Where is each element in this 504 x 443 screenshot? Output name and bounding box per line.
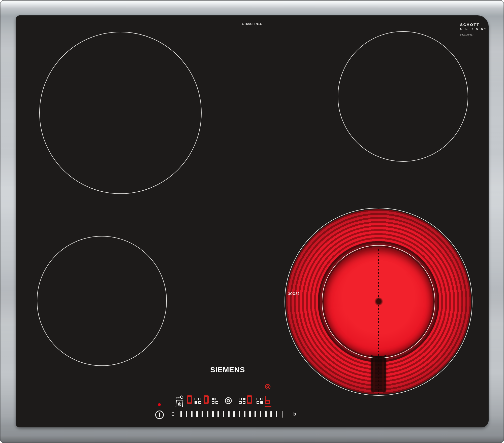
slider-tick[interactable] xyxy=(244,411,245,417)
selector-cell-tr xyxy=(243,398,245,400)
selector-cell-bl xyxy=(195,401,197,404)
slider-tick[interactable] xyxy=(276,411,277,417)
model-number-label: ET645FFN1E xyxy=(227,22,277,26)
boost-display-underline xyxy=(265,406,271,407)
slider-tick[interactable] xyxy=(265,411,267,417)
slider-tick[interactable] xyxy=(186,411,187,417)
slider-tick[interactable] xyxy=(217,411,219,417)
power-button[interactable] xyxy=(155,411,164,419)
slider-tick[interactable] xyxy=(212,411,214,417)
zone-select-front-left-key[interactable] xyxy=(195,398,201,404)
slider-tick[interactable] xyxy=(196,411,198,417)
cooking-zone-rear-left xyxy=(39,32,202,194)
boost-label: boost xyxy=(288,291,299,296)
selector-cell-br xyxy=(198,401,201,404)
zone-select-front-right-key[interactable] xyxy=(257,398,263,404)
selector-cell-bl xyxy=(239,401,242,404)
slider-tick[interactable] xyxy=(223,411,224,417)
selector-cell-br xyxy=(215,401,218,404)
selector-cell-tr xyxy=(198,398,201,400)
registered-mark: ® xyxy=(484,28,486,30)
cooking-zone-front-right-active: boost xyxy=(285,208,472,396)
slider-tick[interactable] xyxy=(249,411,251,417)
siemens-logo: SIEMENS xyxy=(210,366,245,374)
slider-tick[interactable] xyxy=(260,411,261,417)
zone-outline-circle xyxy=(285,208,472,396)
zone-display-2 xyxy=(204,395,209,404)
selector-cell-bl xyxy=(212,401,214,404)
slider-tick[interactable] xyxy=(180,411,182,417)
slider-tick[interactable] xyxy=(207,411,208,417)
slider-end-stop-right xyxy=(282,411,283,418)
slider-tick[interactable] xyxy=(239,411,240,417)
dual-zone-icon[interactable] xyxy=(225,397,232,404)
zone-display-4-boost xyxy=(265,396,271,404)
selector-cell-tl xyxy=(239,398,242,400)
child-lock-key-icon[interactable] xyxy=(175,395,184,407)
schott-ceran-logo: SCHOTT C E R A N® 9001176067 xyxy=(460,23,486,36)
selector-cell-tl xyxy=(195,398,197,400)
ceramic-hob-product-photo: ET645FFN1E SCHOTT C E R A N® 9001176067 … xyxy=(0,0,504,443)
power-indicator-dot xyxy=(158,403,161,406)
power-slider-ticks[interactable] xyxy=(180,411,277,417)
slider-boost-label: b xyxy=(293,411,296,417)
slider-tick[interactable] xyxy=(191,411,193,417)
selector-cell-tl xyxy=(212,398,214,400)
glass-serial-number: 9001176067 xyxy=(460,34,486,36)
zone-display-1 xyxy=(187,395,192,404)
dual-zone-active-icon xyxy=(265,384,271,390)
cooking-zone-rear-right xyxy=(338,31,468,162)
selector-cell-bl xyxy=(257,401,259,404)
slider-tick[interactable] xyxy=(202,411,203,417)
selector-cell-br xyxy=(243,401,245,404)
slider-zero-label: 0 xyxy=(172,411,175,417)
slider-tick[interactable] xyxy=(228,411,230,417)
zone-select-rear-right-key[interactable] xyxy=(239,398,245,404)
schott-logo-line1: SCHOTT xyxy=(460,23,486,26)
slider-end-stop-left xyxy=(177,411,177,418)
cooking-zone-front-left xyxy=(37,236,167,366)
selector-cell-tr xyxy=(260,398,263,400)
slider-tick[interactable] xyxy=(255,411,256,417)
selector-cell-br xyxy=(260,401,263,404)
selector-cell-tr xyxy=(215,398,218,400)
slider-tick[interactable] xyxy=(233,411,235,417)
zone-display-3 xyxy=(247,395,252,404)
schott-logo-line2: C E R A N® xyxy=(460,27,486,30)
slider-tick[interactable] xyxy=(270,411,272,417)
selector-cell-tl xyxy=(257,398,259,400)
zone-select-rear-left-key[interactable] xyxy=(212,398,218,404)
